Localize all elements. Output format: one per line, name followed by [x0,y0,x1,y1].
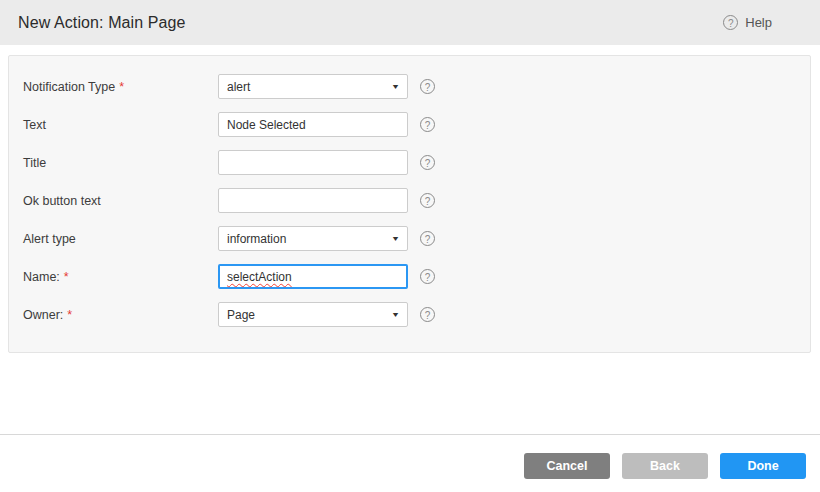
required-marker: * [67,308,72,322]
label-text: Alert type [23,232,76,246]
label-text: Owner: [23,308,63,322]
new-action-dialog: New Action: Main Page ? Help Notificatio… [0,0,820,492]
select-value: information [227,232,286,246]
help-icon[interactable]: ? [420,117,435,132]
field-label: Text [23,118,218,132]
field-label: Title [23,156,218,170]
ok-button-text-input[interactable] [218,188,408,213]
select-value: alert [227,80,250,94]
dropdown-arrow-icon: ▼ [391,83,400,90]
help-icon[interactable]: ? [420,231,435,246]
cancel-button[interactable]: Cancel [524,453,610,479]
field-label: Name:* [23,270,218,284]
name-input[interactable]: selectAction [218,264,408,289]
label-text: Ok button text [23,194,101,208]
help-icon[interactable]: ? [420,307,435,322]
done-button[interactable]: Done [720,453,806,479]
help-icon[interactable]: ? [420,155,435,170]
footer-divider [0,434,820,435]
form-row-notification-type: Notification Type* alert ▼ ? [23,74,790,99]
field-label: Alert type [23,232,218,246]
label-text: Notification Type [23,80,115,94]
form-panel: Notification Type* alert ▼ ? Text ? Titl… [8,55,811,353]
dialog-header: New Action: Main Page ? Help [0,0,820,45]
label-text: Text [23,118,46,132]
back-button[interactable]: Back [622,453,708,479]
form-row-title: Title ? [23,150,790,175]
help-icon[interactable]: ? [420,269,435,284]
form-row-owner: Owner:* Page ▼ ? [23,302,790,327]
owner-select[interactable]: Page ▼ [218,302,408,327]
page-title: New Action: Main Page [18,14,186,32]
alert-type-select[interactable]: information ▼ [218,226,408,251]
field-label: Owner:* [23,308,218,322]
footer-buttons: Cancel Back Done [524,453,806,479]
dropdown-arrow-icon: ▼ [391,311,400,318]
form-row-alert-type: Alert type information ▼ ? [23,226,790,251]
notification-type-select[interactable]: alert ▼ [218,74,408,99]
form-row-ok-button-text: Ok button text ? [23,188,790,213]
name-input-value: selectAction [227,270,292,284]
label-text: Title [23,156,46,170]
required-marker: * [64,270,69,284]
select-value: Page [227,308,255,322]
required-marker: * [119,80,124,94]
help-icon: ? [723,15,738,30]
field-label: Notification Type* [23,80,218,94]
field-label: Ok button text [23,194,218,208]
dropdown-arrow-icon: ▼ [391,235,400,242]
help-icon[interactable]: ? [420,79,435,94]
form-row-text: Text ? [23,112,790,137]
label-text: Name: [23,270,60,284]
help-icon[interactable]: ? [420,193,435,208]
text-input[interactable] [218,112,408,137]
form-row-name: Name:* selectAction ? [23,264,790,289]
help-link[interactable]: ? Help [723,15,772,30]
title-input[interactable] [218,150,408,175]
help-label: Help [745,15,772,30]
